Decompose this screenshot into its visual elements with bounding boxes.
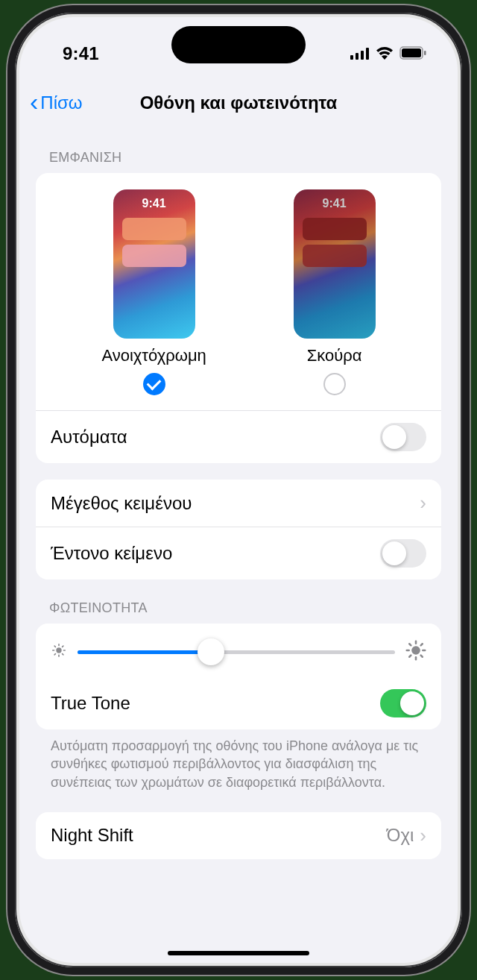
chevron-right-icon: › — [420, 824, 426, 847]
nightshift-value: Όχι — [387, 825, 414, 846]
dynamic-island — [171, 26, 306, 63]
back-label: Πίσω — [40, 92, 82, 113]
automatic-toggle[interactable] — [380, 423, 426, 451]
svg-line-12 — [54, 646, 55, 647]
svg-line-24 — [421, 644, 423, 645]
svg-rect-3 — [366, 48, 369, 60]
light-preview: 9:41 — [113, 189, 195, 339]
dark-label: Σκούρα — [307, 346, 362, 365]
status-icons — [350, 43, 426, 64]
appearance-light-option[interactable]: 9:41 Ανοιχτόχρωμη — [101, 189, 206, 395]
svg-point-7 — [56, 647, 61, 653]
dark-preview: 9:41 — [294, 189, 376, 339]
automatic-row: Αυτόματα — [36, 410, 441, 463]
preview-time: 9:41 — [113, 197, 195, 210]
chevron-right-icon: › — [420, 491, 426, 515]
svg-point-16 — [411, 646, 420, 655]
light-radio[interactable] — [143, 373, 165, 395]
svg-line-22 — [421, 656, 423, 657]
brightness-slider-row — [36, 624, 441, 677]
status-time: 9:41 — [63, 43, 99, 64]
cellular-icon — [350, 43, 370, 64]
truetone-label: True Tone — [51, 693, 380, 714]
preview-time: 9:41 — [294, 197, 376, 210]
svg-rect-6 — [424, 51, 426, 55]
appearance-selector: 9:41 Ανοιχτόχρωμη 9:41 Σκούρ — [36, 173, 441, 410]
appearance-header: ΕΜΦΑΝΙΣΗ — [49, 150, 441, 166]
bold-text-toggle[interactable] — [380, 539, 426, 568]
iphone-frame: 9:41 ‹ Πίσω Οθόνη και φωτεινότητα — [7, 5, 470, 975]
nav-bar: ‹ Πίσω Οθόνη και φωτεινότητα — [19, 80, 458, 126]
svg-line-21 — [409, 644, 411, 645]
appearance-dark-option[interactable]: 9:41 Σκούρα — [294, 189, 376, 395]
svg-rect-0 — [350, 55, 353, 60]
automatic-label: Αυτόματα — [51, 427, 380, 447]
text-size-label: Μέγεθος κειμένου — [51, 493, 420, 514]
svg-line-13 — [63, 654, 63, 655]
sun-low-icon — [51, 642, 67, 662]
slider-fill — [78, 650, 211, 654]
light-label: Ανοιχτόχρωμη — [101, 346, 206, 365]
truetone-row: True Tone — [36, 677, 441, 729]
slider-thumb[interactable] — [198, 638, 224, 665]
home-indicator[interactable] — [168, 951, 309, 955]
preview-widget — [303, 245, 367, 267]
dark-radio[interactable] — [323, 373, 346, 395]
bold-text-label: Έντονο κείμενο — [51, 543, 380, 564]
svg-line-14 — [54, 654, 55, 655]
battery-icon — [399, 43, 426, 64]
back-button[interactable]: ‹ Πίσω — [30, 92, 83, 114]
wifi-icon — [376, 43, 394, 64]
truetone-toggle[interactable] — [380, 689, 426, 717]
content-scroll[interactable]: ΕΜΦΑΝΙΣΗ 9:41 Ανοιχτόχρωμη 9 — [19, 129, 458, 963]
svg-rect-2 — [361, 51, 364, 60]
preview-widget — [122, 245, 186, 267]
svg-line-15 — [63, 646, 63, 647]
bold-text-row: Έντονο κείμενο — [36, 527, 441, 579]
brightness-slider[interactable] — [78, 650, 395, 654]
screen: 9:41 ‹ Πίσω Οθόνη και φωτεινότητα — [19, 17, 458, 963]
preview-widget — [303, 218, 367, 240]
nightshift-group: Night Shift Όχι › — [36, 812, 441, 859]
truetone-footer: Αυτόματη προσαρμογή της οθόνης του iPhon… — [36, 729, 441, 791]
nightshift-row[interactable]: Night Shift Όχι › — [36, 812, 441, 859]
text-group: Μέγεθος κειμένου › Έντονο κείμενο — [36, 480, 441, 579]
text-size-row[interactable]: Μέγεθος κειμένου › — [36, 480, 441, 527]
brightness-header: ΦΩΤΕΙΝΟΤΗΤΑ — [49, 600, 441, 616]
svg-line-23 — [409, 656, 411, 657]
nightshift-label: Night Shift — [51, 825, 387, 846]
chevron-left-icon: ‹ — [30, 89, 38, 114]
sun-high-icon — [405, 640, 426, 664]
brightness-group: True Tone — [36, 624, 441, 729]
svg-rect-1 — [356, 53, 358, 60]
page-title: Οθόνη και φωτεινότητα — [19, 92, 458, 113]
preview-widget — [122, 218, 186, 240]
appearance-group: 9:41 Ανοιχτόχρωμη 9:41 Σκούρ — [36, 173, 441, 463]
svg-rect-5 — [402, 48, 421, 57]
